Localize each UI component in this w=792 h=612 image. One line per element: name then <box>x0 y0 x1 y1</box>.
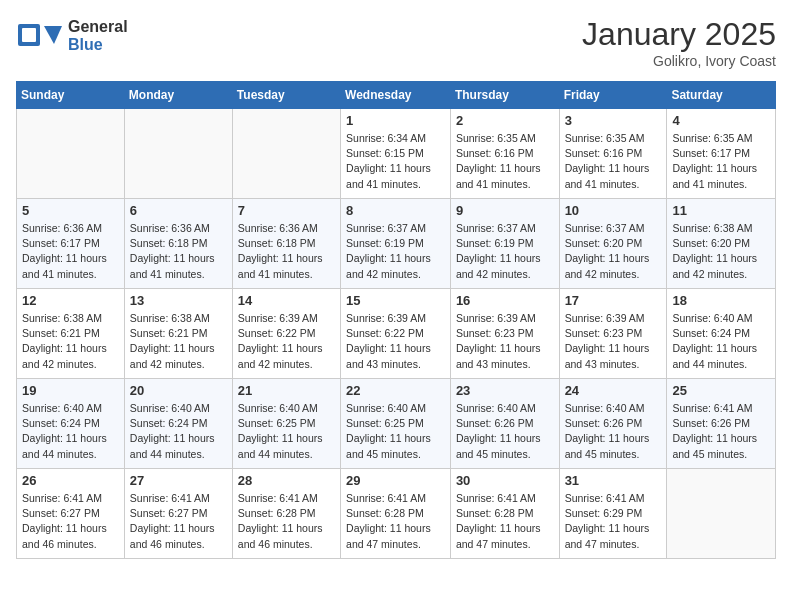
sunrise-text: Sunrise: 6:41 AM <box>672 401 770 416</box>
daylight-text: Daylight: 11 hoursand 41 minutes. <box>565 161 662 191</box>
sunset-text: Sunset: 6:19 PM <box>456 236 554 251</box>
calendar-cell: 3Sunrise: 6:35 AMSunset: 6:16 PMDaylight… <box>559 109 667 199</box>
sunset-text: Sunset: 6:28 PM <box>456 506 554 521</box>
day-detail: Sunrise: 6:37 AMSunset: 6:20 PMDaylight:… <box>565 221 662 282</box>
day-detail: Sunrise: 6:40 AMSunset: 6:25 PMDaylight:… <box>238 401 335 462</box>
daylight-text: Daylight: 11 hoursand 43 minutes. <box>346 341 445 371</box>
day-number: 21 <box>238 383 335 398</box>
sunrise-text: Sunrise: 6:36 AM <box>238 221 335 236</box>
weekday-header-saturday: Saturday <box>667 82 776 109</box>
sunset-text: Sunset: 6:24 PM <box>130 416 227 431</box>
calendar-cell: 7Sunrise: 6:36 AMSunset: 6:18 PMDaylight… <box>232 199 340 289</box>
calendar-cell: 1Sunrise: 6:34 AMSunset: 6:15 PMDaylight… <box>341 109 451 199</box>
logo: General Blue <box>16 16 128 56</box>
day-detail: Sunrise: 6:39 AMSunset: 6:23 PMDaylight:… <box>565 311 662 372</box>
month-title: January 2025 <box>582 16 776 53</box>
daylight-text: Daylight: 11 hoursand 41 minutes. <box>672 161 770 191</box>
sunset-text: Sunset: 6:22 PM <box>346 326 445 341</box>
calendar-cell: 12Sunrise: 6:38 AMSunset: 6:21 PMDayligh… <box>17 289 125 379</box>
calendar-cell: 8Sunrise: 6:37 AMSunset: 6:19 PMDaylight… <box>341 199 451 289</box>
calendar-cell: 2Sunrise: 6:35 AMSunset: 6:16 PMDaylight… <box>450 109 559 199</box>
calendar-cell: 18Sunrise: 6:40 AMSunset: 6:24 PMDayligh… <box>667 289 776 379</box>
svg-marker-2 <box>44 26 62 44</box>
sunrise-text: Sunrise: 6:36 AM <box>130 221 227 236</box>
calendar-cell: 23Sunrise: 6:40 AMSunset: 6:26 PMDayligh… <box>450 379 559 469</box>
sunset-text: Sunset: 6:24 PM <box>22 416 119 431</box>
calendar-week-3: 12Sunrise: 6:38 AMSunset: 6:21 PMDayligh… <box>17 289 776 379</box>
daylight-text: Daylight: 11 hoursand 41 minutes. <box>22 251 119 281</box>
day-detail: Sunrise: 6:40 AMSunset: 6:24 PMDaylight:… <box>130 401 227 462</box>
calendar-cell: 5Sunrise: 6:36 AMSunset: 6:17 PMDaylight… <box>17 199 125 289</box>
sunset-text: Sunset: 6:28 PM <box>346 506 445 521</box>
page-header: General Blue January 2025 Golikro, Ivory… <box>16 16 776 69</box>
day-detail: Sunrise: 6:36 AMSunset: 6:17 PMDaylight:… <box>22 221 119 282</box>
day-number: 10 <box>565 203 662 218</box>
day-detail: Sunrise: 6:41 AMSunset: 6:29 PMDaylight:… <box>565 491 662 552</box>
daylight-text: Daylight: 11 hoursand 45 minutes. <box>565 431 662 461</box>
calendar-cell: 21Sunrise: 6:40 AMSunset: 6:25 PMDayligh… <box>232 379 340 469</box>
weekday-header-friday: Friday <box>559 82 667 109</box>
calendar-cell: 9Sunrise: 6:37 AMSunset: 6:19 PMDaylight… <box>450 199 559 289</box>
day-number: 14 <box>238 293 335 308</box>
sunset-text: Sunset: 6:19 PM <box>346 236 445 251</box>
day-detail: Sunrise: 6:41 AMSunset: 6:28 PMDaylight:… <box>346 491 445 552</box>
sunset-text: Sunset: 6:22 PM <box>238 326 335 341</box>
day-detail: Sunrise: 6:40 AMSunset: 6:24 PMDaylight:… <box>22 401 119 462</box>
logo-blue: Blue <box>68 36 103 53</box>
daylight-text: Daylight: 11 hoursand 41 minutes. <box>346 161 445 191</box>
calendar-cell: 13Sunrise: 6:38 AMSunset: 6:21 PMDayligh… <box>124 289 232 379</box>
logo-general: General <box>68 18 128 35</box>
sunset-text: Sunset: 6:28 PM <box>238 506 335 521</box>
sunrise-text: Sunrise: 6:35 AM <box>565 131 662 146</box>
day-number: 19 <box>22 383 119 398</box>
day-number: 18 <box>672 293 770 308</box>
daylight-text: Daylight: 11 hoursand 44 minutes. <box>672 341 770 371</box>
day-number: 28 <box>238 473 335 488</box>
title-block: January 2025 Golikro, Ivory Coast <box>582 16 776 69</box>
sunset-text: Sunset: 6:21 PM <box>22 326 119 341</box>
sunset-text: Sunset: 6:18 PM <box>238 236 335 251</box>
calendar-week-4: 19Sunrise: 6:40 AMSunset: 6:24 PMDayligh… <box>17 379 776 469</box>
daylight-text: Daylight: 11 hoursand 46 minutes. <box>22 521 119 551</box>
weekday-header-monday: Monday <box>124 82 232 109</box>
daylight-text: Daylight: 11 hoursand 42 minutes. <box>22 341 119 371</box>
calendar-cell: 22Sunrise: 6:40 AMSunset: 6:25 PMDayligh… <box>341 379 451 469</box>
day-detail: Sunrise: 6:35 AMSunset: 6:17 PMDaylight:… <box>672 131 770 192</box>
day-detail: Sunrise: 6:41 AMSunset: 6:27 PMDaylight:… <box>130 491 227 552</box>
sunrise-text: Sunrise: 6:41 AM <box>346 491 445 506</box>
day-number: 16 <box>456 293 554 308</box>
sunrise-text: Sunrise: 6:38 AM <box>22 311 119 326</box>
weekday-header-thursday: Thursday <box>450 82 559 109</box>
day-number: 24 <box>565 383 662 398</box>
calendar-header-row: SundayMondayTuesdayWednesdayThursdayFrid… <box>17 82 776 109</box>
daylight-text: Daylight: 11 hoursand 42 minutes. <box>238 341 335 371</box>
daylight-text: Daylight: 11 hoursand 44 minutes. <box>238 431 335 461</box>
sunrise-text: Sunrise: 6:40 AM <box>130 401 227 416</box>
day-detail: Sunrise: 6:35 AMSunset: 6:16 PMDaylight:… <box>565 131 662 192</box>
sunrise-text: Sunrise: 6:34 AM <box>346 131 445 146</box>
day-detail: Sunrise: 6:41 AMSunset: 6:28 PMDaylight:… <box>238 491 335 552</box>
calendar-cell: 27Sunrise: 6:41 AMSunset: 6:27 PMDayligh… <box>124 469 232 559</box>
sunrise-text: Sunrise: 6:40 AM <box>346 401 445 416</box>
sunrise-text: Sunrise: 6:36 AM <box>22 221 119 236</box>
calendar-cell: 6Sunrise: 6:36 AMSunset: 6:18 PMDaylight… <box>124 199 232 289</box>
calendar-cell: 11Sunrise: 6:38 AMSunset: 6:20 PMDayligh… <box>667 199 776 289</box>
sunrise-text: Sunrise: 6:41 AM <box>565 491 662 506</box>
sunrise-text: Sunrise: 6:37 AM <box>565 221 662 236</box>
day-number: 13 <box>130 293 227 308</box>
day-number: 9 <box>456 203 554 218</box>
sunrise-text: Sunrise: 6:37 AM <box>456 221 554 236</box>
day-number: 30 <box>456 473 554 488</box>
day-detail: Sunrise: 6:40 AMSunset: 6:26 PMDaylight:… <box>565 401 662 462</box>
calendar-cell: 16Sunrise: 6:39 AMSunset: 6:23 PMDayligh… <box>450 289 559 379</box>
day-number: 22 <box>346 383 445 398</box>
sunset-text: Sunset: 6:26 PM <box>456 416 554 431</box>
day-detail: Sunrise: 6:36 AMSunset: 6:18 PMDaylight:… <box>238 221 335 282</box>
day-detail: Sunrise: 6:39 AMSunset: 6:22 PMDaylight:… <box>238 311 335 372</box>
day-number: 11 <box>672 203 770 218</box>
day-number: 15 <box>346 293 445 308</box>
sunset-text: Sunset: 6:20 PM <box>565 236 662 251</box>
day-detail: Sunrise: 6:38 AMSunset: 6:21 PMDaylight:… <box>130 311 227 372</box>
sunrise-text: Sunrise: 6:39 AM <box>238 311 335 326</box>
calendar-week-5: 26Sunrise: 6:41 AMSunset: 6:27 PMDayligh… <box>17 469 776 559</box>
